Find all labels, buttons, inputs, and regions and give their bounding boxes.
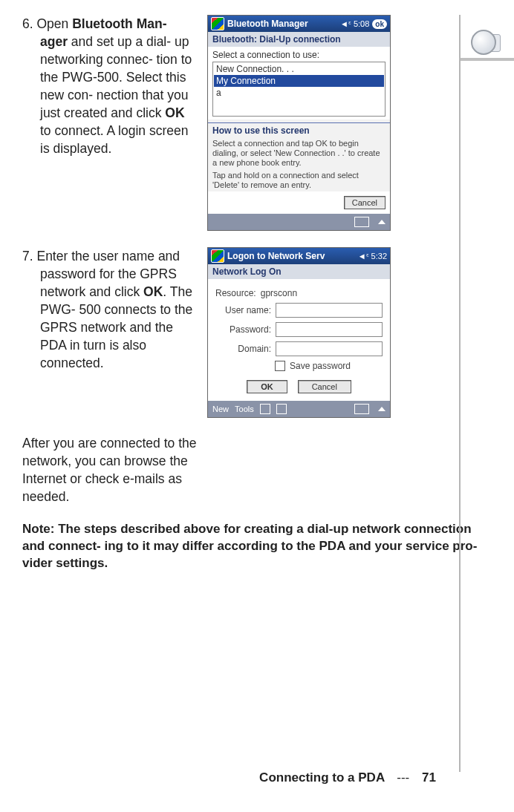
- list-item[interactable]: New Connection. . .: [214, 63, 384, 75]
- resource-label: Resource:: [215, 288, 256, 298]
- cancel-button[interactable]: Cancel: [298, 380, 351, 393]
- pda1-ok-pill[interactable]: ok: [372, 19, 387, 29]
- pda1-select-label: Select a connection to use:: [212, 50, 386, 60]
- pda1-help1: Select a connection and tap OK to begin …: [208, 137, 390, 169]
- save-password-label: Save password: [290, 361, 351, 371]
- screenshot-bluetooth-manager: Bluetooth Manager ◄ᵋ 5:08 ok Bluetooth: …: [207, 15, 391, 231]
- pda1-section-title: How to use this screen: [208, 122, 390, 137]
- menu-up-icon[interactable]: [378, 407, 386, 411]
- pda2-title: Logon to Network Serv: [227, 251, 325, 261]
- pda1-connection-list[interactable]: New Connection. . . My Connection a: [212, 62, 386, 117]
- pda1-bottom-bar: [208, 214, 390, 230]
- username-input[interactable]: [276, 303, 383, 318]
- resource-value: gprsconn: [261, 288, 297, 298]
- password-label: Password:: [215, 324, 276, 335]
- list-item[interactable]: My Connection: [214, 75, 384, 87]
- pda2-subhead: Network Log On: [208, 264, 390, 279]
- step-6: 6. Open Bluetooth Man- ager and set up a…: [22, 15, 468, 231]
- bottom-new[interactable]: New: [212, 405, 229, 413]
- windows-logo-icon: [211, 17, 224, 30]
- footer-page-number: 71: [422, 770, 446, 785]
- note-paragraph: Note: The steps described above for crea…: [22, 520, 492, 572]
- pda1-help2: Tap and hold on a connection and select …: [208, 169, 390, 191]
- step-6-text: 6. Open Bluetooth Man- ager and set up a…: [22, 15, 197, 231]
- footer-section: Connecting to a PDA: [259, 770, 384, 785]
- section-badge: [471, 30, 501, 55]
- pda1-subhead: Bluetooth: Dial-Up connection: [208, 32, 390, 47]
- keyboard-icon[interactable]: [354, 217, 369, 227]
- keyboard-icon[interactable]: [354, 404, 369, 414]
- step-7-body: 7. Enter the user name and password for …: [22, 247, 197, 372]
- cancel-button[interactable]: Cancel: [344, 196, 386, 209]
- tool-icon[interactable]: [276, 404, 287, 414]
- step-7-text: 7. Enter the user name and password for …: [22, 247, 197, 418]
- page-content: 6. Open Bluetooth Man- ager and set up a…: [0, 0, 468, 418]
- pda1-title: Bluetooth Manager: [227, 19, 308, 29]
- username-label: User name:: [215, 305, 276, 315]
- pda2-bottom-bar: New Tools: [208, 401, 390, 417]
- domain-label: Domain:: [215, 344, 276, 354]
- page-footer: Connecting to a PDA --- 71: [0, 770, 475, 785]
- pda1-time: ◄ᵋ 5:08: [340, 19, 369, 29]
- after-paragraph: After you are connected to the network, …: [22, 434, 215, 505]
- domain-input[interactable]: [276, 341, 383, 356]
- step-6-body: 6. Open Bluetooth Man- ager and set up a…: [22, 15, 197, 157]
- ok-button[interactable]: OK: [247, 380, 287, 393]
- footer-dash: ---: [397, 770, 409, 785]
- windows-logo-icon: [211, 249, 224, 263]
- horizontal-divider: [461, 58, 514, 61]
- pda2-titlebar: Logon to Network Serv ◄ᵋ 5:32: [208, 248, 390, 264]
- pda1-titlebar: Bluetooth Manager ◄ᵋ 5:08 ok: [208, 16, 390, 32]
- list-item[interactable]: a: [214, 87, 384, 99]
- step-7: 7. Enter the user name and password for …: [22, 247, 468, 418]
- screenshot-network-logon: Logon to Network Serv ◄ᵋ 5:32 Network Lo…: [207, 247, 391, 418]
- password-input[interactable]: [276, 322, 383, 337]
- save-password-checkbox[interactable]: [275, 361, 285, 371]
- bottom-tools[interactable]: Tools: [235, 405, 254, 413]
- menu-up-icon[interactable]: [378, 220, 386, 224]
- pda2-time: ◄ᵋ 5:32: [358, 252, 387, 261]
- tool-icon[interactable]: [260, 404, 270, 414]
